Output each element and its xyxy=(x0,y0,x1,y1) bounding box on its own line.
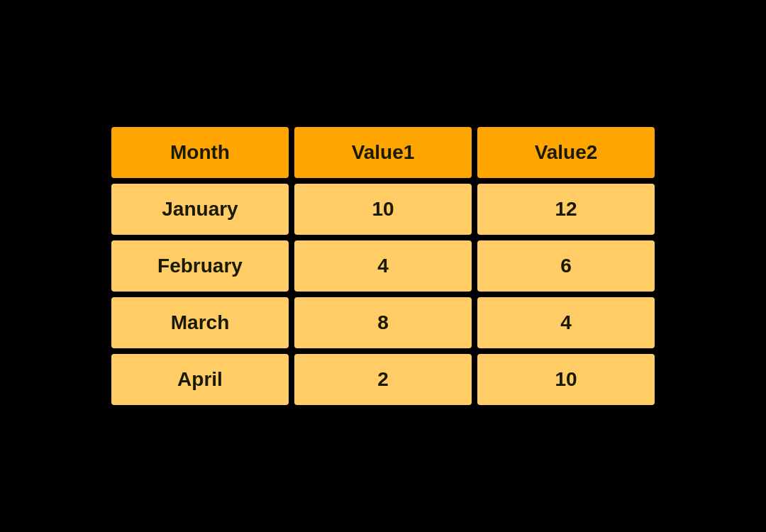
value2-cell: 4 xyxy=(477,297,655,348)
header-row: Month Value1 Value2 xyxy=(111,127,655,178)
value1-cell: 4 xyxy=(294,240,472,292)
value2-cell: 10 xyxy=(477,354,655,405)
data-table: Month Value1 Value2 January 10 12 Februa… xyxy=(111,127,655,405)
month-cell: February xyxy=(111,240,289,292)
value1-header: Value1 xyxy=(294,127,472,178)
value1-cell: 2 xyxy=(294,354,472,405)
month-cell: March xyxy=(111,297,289,348)
value2-cell: 12 xyxy=(477,184,655,235)
table-row: April 2 10 xyxy=(111,354,655,405)
table-row: January 10 12 xyxy=(111,184,655,235)
value2-header: Value2 xyxy=(477,127,655,178)
value1-cell: 10 xyxy=(294,184,472,235)
table-row: March 8 4 xyxy=(111,297,655,348)
month-header: Month xyxy=(111,127,289,178)
value1-cell: 8 xyxy=(294,297,472,348)
value2-cell: 6 xyxy=(477,240,655,292)
month-cell: April xyxy=(111,354,289,405)
month-cell: January xyxy=(111,184,289,235)
table-row: February 4 6 xyxy=(111,240,655,292)
